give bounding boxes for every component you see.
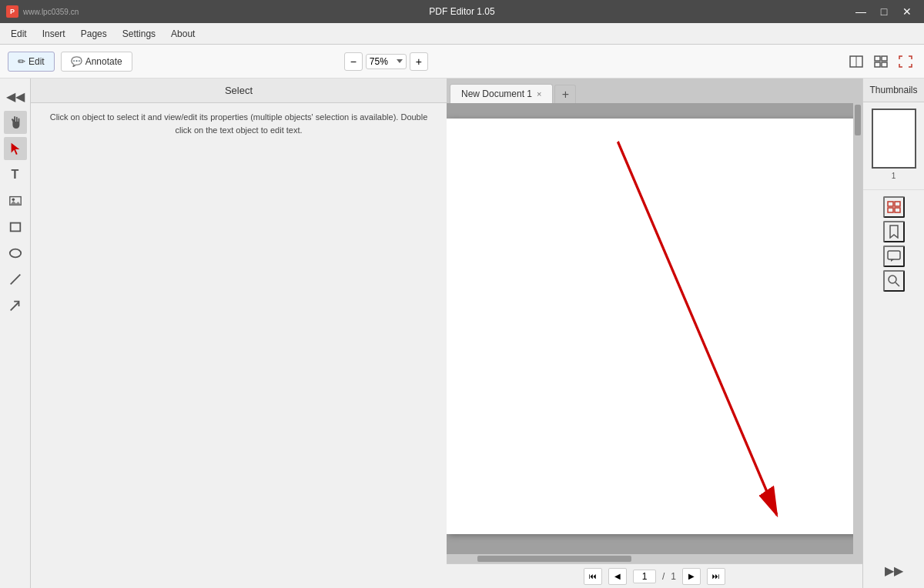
current-page-input[interactable] xyxy=(633,570,656,583)
select-panel-header: Select xyxy=(31,79,447,103)
select-label: Select xyxy=(225,85,253,96)
layout-single-button[interactable] xyxy=(845,51,867,72)
center-area: New Document 1 × + xyxy=(447,79,862,588)
right-nav-area: ▶▶ xyxy=(863,553,924,588)
thumbnail-area: 1 xyxy=(863,102,924,186)
svg-line-21 xyxy=(896,282,899,286)
tab-name: New Document 1 xyxy=(461,89,532,99)
sidebar-tools: ◀◀ T xyxy=(0,79,31,588)
text-tool[interactable]: T xyxy=(4,163,27,186)
fullscreen-button[interactable] xyxy=(895,51,916,72)
watermark-text: www.lpc0359.cn xyxy=(23,8,79,16)
bookmark-icon-button[interactable] xyxy=(883,221,905,242)
title-bar-left: P www.lpc0359.cn xyxy=(6,5,79,18)
hand-tool[interactable] xyxy=(4,111,27,134)
maximize-button[interactable]: □ xyxy=(873,4,895,19)
next-page-button[interactable]: ▶ xyxy=(682,568,701,585)
menu-bar: Edit Insert Pages Settings About xyxy=(0,23,924,45)
thumbnails-label: Thumbnails xyxy=(869,85,917,95)
svg-rect-4 xyxy=(875,62,880,67)
search-icon-button[interactable] xyxy=(883,270,905,292)
scrollbar-vertical[interactable] xyxy=(853,103,862,563)
svg-marker-6 xyxy=(11,143,19,155)
window-controls: — □ ✕ xyxy=(850,4,918,19)
svg-rect-19 xyxy=(888,251,900,259)
svg-rect-18 xyxy=(895,208,900,212)
next-section-button[interactable]: ▶▶ xyxy=(882,559,906,582)
app-title: PDF Editor 1.05 xyxy=(429,6,494,17)
page-container xyxy=(447,119,862,534)
tab-close-button[interactable]: × xyxy=(537,89,541,99)
first-page-button[interactable]: ⏮ xyxy=(584,568,602,585)
add-tab-button[interactable]: + xyxy=(554,85,576,103)
svg-rect-15 xyxy=(888,202,893,206)
zoom-controls: − 50% 75% 100% 125% 150% 200% + xyxy=(344,52,428,71)
toolbar: ✏ Edit 💬 Annotate − 50% 75% 100% 125% 15… xyxy=(0,45,924,79)
tabs-bar: New Document 1 × + xyxy=(447,79,862,103)
tab-document[interactable]: New Document 1 × xyxy=(450,84,553,103)
svg-line-12 xyxy=(10,302,18,311)
line-tool[interactable] xyxy=(4,268,27,291)
prev-page-button[interactable]: ◀ xyxy=(608,568,627,585)
select-tool[interactable] xyxy=(4,137,27,160)
edit-button[interactable]: ✏ Edit xyxy=(8,52,55,72)
menu-insert[interactable]: Insert xyxy=(35,25,73,42)
svg-rect-16 xyxy=(895,202,900,206)
document-area xyxy=(447,103,862,563)
title-bar: P www.lpc0359.cn PDF Editor 1.05 — □ ✕ xyxy=(0,0,924,23)
svg-point-20 xyxy=(889,276,896,283)
zoom-in-button[interactable]: + xyxy=(410,52,428,71)
image-tool[interactable] xyxy=(4,189,27,212)
thumbnails-icon-button[interactable] xyxy=(883,196,905,218)
edit-label: Edit xyxy=(28,56,45,67)
svg-line-11 xyxy=(10,275,20,285)
svg-line-14 xyxy=(618,142,776,515)
menu-about[interactable]: About xyxy=(163,25,203,42)
thumbnails-header: Thumbnails xyxy=(863,79,924,102)
svg-rect-2 xyxy=(875,56,880,61)
main-layout: ◀◀ T Select Click on object xyxy=(0,79,924,588)
select-panel: Select Click on object to select it and … xyxy=(31,79,447,588)
annotate-button[interactable]: 💬 Annotate xyxy=(61,52,132,72)
ellipse-tool[interactable] xyxy=(4,242,27,265)
right-sidebar-icons xyxy=(863,189,924,298)
annotate-icon: 💬 xyxy=(71,56,82,67)
svg-rect-17 xyxy=(888,208,893,212)
layout-grid-button[interactable] xyxy=(870,51,892,72)
svg-point-10 xyxy=(9,249,20,258)
scrollbar-horizontal[interactable] xyxy=(447,554,853,563)
select-description: Click on object to select it and view/ed… xyxy=(50,112,428,135)
comment-icon-button[interactable] xyxy=(883,246,905,267)
page-separator: / xyxy=(662,571,665,582)
prev-section-button[interactable]: ◀◀ xyxy=(4,85,27,108)
close-button[interactable]: ✕ xyxy=(896,4,918,19)
last-page-button[interactable]: ⏭ xyxy=(707,568,725,585)
page-thumbnail-1[interactable] xyxy=(872,109,916,169)
edit-pencil-icon: ✏ xyxy=(18,56,25,67)
minimize-button[interactable]: — xyxy=(850,4,872,19)
scrollbar-thumb-v[interactable] xyxy=(855,105,861,135)
arrow-annotation xyxy=(447,119,862,534)
zoom-out-button[interactable]: − xyxy=(344,52,363,71)
app-icon: P xyxy=(6,5,18,18)
svg-rect-9 xyxy=(10,223,20,232)
menu-pages[interactable]: Pages xyxy=(73,25,115,42)
scrollbar-thumb-h[interactable] xyxy=(477,556,631,562)
bottom-nav-bar: ⏮ ◀ / 1 ▶ ⏭ xyxy=(447,563,862,588)
annotate-label: Annotate xyxy=(85,56,122,67)
select-panel-content: Click on object to select it and view/ed… xyxy=(31,103,447,144)
right-panel: Thumbnails 1 ▶▶ xyxy=(862,79,924,588)
rectangle-tool[interactable] xyxy=(4,215,27,239)
arrow-tool[interactable] xyxy=(4,294,27,317)
svg-point-8 xyxy=(12,198,15,201)
thumbnail-number: 1 xyxy=(892,172,896,180)
toolbar-right xyxy=(845,51,916,72)
zoom-select[interactable]: 50% 75% 100% 125% 150% 200% xyxy=(366,54,407,69)
menu-settings[interactable]: Settings xyxy=(115,25,163,42)
menu-edit[interactable]: Edit xyxy=(3,25,35,42)
svg-rect-5 xyxy=(882,62,887,67)
svg-rect-3 xyxy=(882,56,887,61)
total-pages: 1 xyxy=(671,571,676,582)
